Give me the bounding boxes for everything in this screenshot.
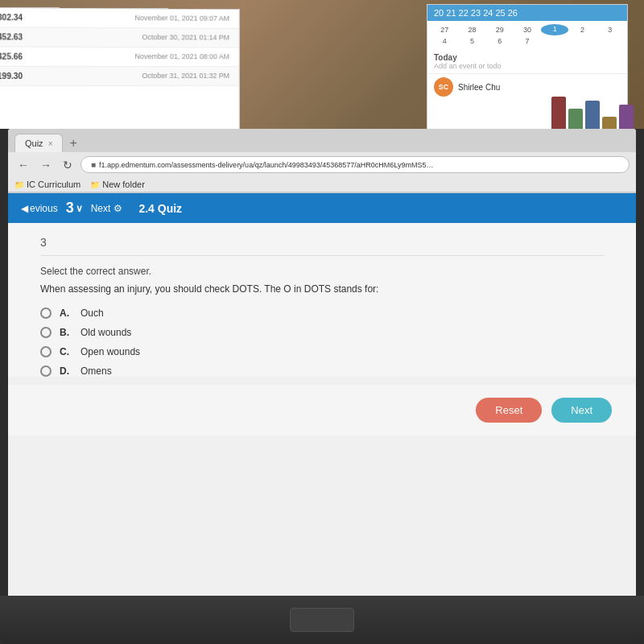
- folder-icon: 📁: [90, 180, 100, 189]
- next-label: Next: [91, 203, 111, 214]
- radio-a[interactable]: [40, 308, 52, 319]
- radio-b[interactable]: [40, 327, 52, 338]
- option-letter-b: B.: [60, 327, 72, 338]
- quiz-toolbar: ◀ evious 3 ∨ Next ⚙ 2.4 Quiz: [8, 193, 636, 223]
- forward-button[interactable]: →: [37, 157, 55, 173]
- tab-title: Quiz: [25, 138, 43, 148]
- radio-d[interactable]: [40, 365, 52, 377]
- chevron-down-icon[interactable]: ∨: [76, 203, 83, 214]
- question-text: When assessing an injury, you should che…: [40, 283, 604, 295]
- address-bar-row: ← → ↻ ■ f1.app.edmentum.com/assessments-…: [8, 152, 636, 177]
- option-text-d: Omens: [80, 365, 112, 377]
- option-letter-d: D.: [60, 365, 72, 377]
- tab-bar: Quiz × +: [8, 129, 636, 152]
- question-instruction: Select the correct answer.: [40, 266, 604, 277]
- option-text-b: Old wounds: [80, 327, 131, 338]
- previous-label: evious: [30, 203, 58, 214]
- bookmark-label: New folder: [102, 180, 145, 189]
- bookmark-label: IC Curriculum: [27, 180, 80, 189]
- option-text-a: Ouch: [80, 308, 104, 319]
- answer-option-b[interactable]: B. Old wounds: [40, 327, 604, 338]
- previous-button[interactable]: ◀ evious: [21, 203, 58, 214]
- browser-tab[interactable]: Quiz ×: [14, 134, 63, 152]
- next-button[interactable]: Next: [551, 398, 612, 423]
- quiz-content-area: 3 Select the correct answer. When assess…: [8, 223, 636, 377]
- address-bar[interactable]: ■ f1.app.edmentum.com/assessments-delive…: [80, 156, 630, 173]
- bookmarks-bar: 📁 IC Curriculum 📁 New folder: [8, 177, 636, 192]
- next-button-toolbar[interactable]: Next ⚙: [91, 203, 123, 214]
- option-letter-c: C.: [60, 346, 72, 357]
- laptop-screen: Quiz × + ← → ↻ ■ f1.app.edmentum.com/ass…: [8, 129, 636, 596]
- answer-option-c[interactable]: C. Open wounds: [40, 346, 604, 357]
- back-button[interactable]: ←: [14, 157, 32, 173]
- radio-c[interactable]: [40, 346, 52, 357]
- question-number-label: 3: [40, 236, 604, 256]
- left-arrow-icon: ◀: [21, 203, 28, 214]
- reset-button[interactable]: Reset: [476, 398, 542, 423]
- laptop-bottom-bezel: [0, 596, 644, 644]
- quiz-title: 2.4 Quiz: [138, 202, 182, 215]
- url-text: f1.app.edmentum.com/assessments-delivery…: [99, 161, 437, 169]
- answer-option-d[interactable]: D. Omens: [40, 365, 604, 377]
- option-letter-a: A.: [60, 308, 72, 319]
- bookmark-ic-curriculum[interactable]: 📁 IC Curriculum: [14, 180, 80, 189]
- spreadsheet-window: $302.34 November 01, 2021 09:07 AM $452.…: [0, 7, 240, 146]
- quiz-actions: Reset Next: [8, 385, 636, 436]
- avatar: SC: [434, 77, 453, 97]
- answer-option-a[interactable]: A. Ouch: [40, 308, 604, 319]
- bookmark-new-folder[interactable]: 📁 New folder: [90, 180, 145, 189]
- browser-chrome: Quiz × + ← → ↻ ■ f1.app.edmentum.com/ass…: [8, 129, 636, 193]
- tab-close-button[interactable]: ×: [48, 139, 53, 148]
- trackpad[interactable]: [290, 608, 354, 632]
- settings-icon[interactable]: ⚙: [114, 203, 122, 214]
- bookmark-icon: 📁: [14, 180, 24, 189]
- question-number-display: 3 ∨: [66, 200, 83, 217]
- secure-icon: ■: [91, 160, 96, 169]
- laptop-frame: Quiz × + ← → ↻ ■ f1.app.edmentum.com/ass…: [0, 129, 644, 644]
- new-tab-button[interactable]: +: [64, 134, 81, 152]
- reload-button[interactable]: ↻: [60, 157, 76, 173]
- option-text-c: Open wounds: [80, 346, 140, 357]
